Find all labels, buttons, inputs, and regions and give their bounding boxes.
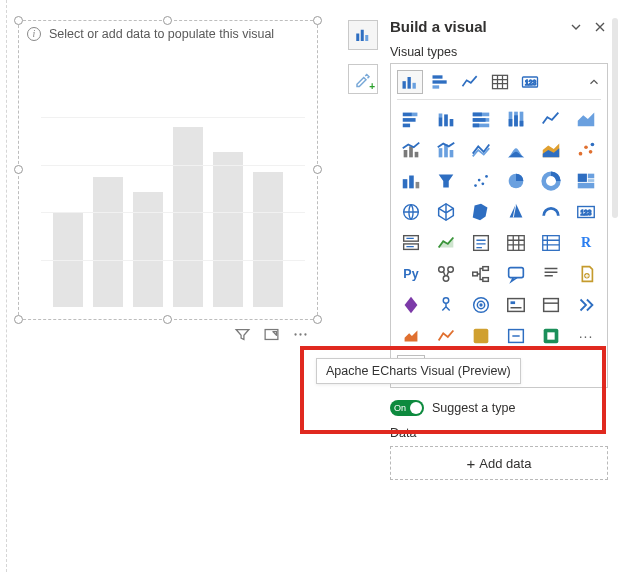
viz-custom-a[interactable] [537,292,565,318]
viz-matrix[interactable] [537,230,565,256]
resize-handle[interactable] [313,315,322,324]
viz-custom-b[interactable] [397,323,425,349]
viz-card[interactable]: 123 [517,70,543,94]
viz-power-automate[interactable] [432,292,460,318]
viz-line-column[interactable] [397,137,425,163]
viz-multi-row-card[interactable] [397,230,425,256]
svg-rect-76 [483,278,489,282]
viz-card-123[interactable]: 123 [572,199,600,225]
resize-handle[interactable] [14,16,23,25]
suggest-type-toggle[interactable]: On [390,400,424,416]
suggest-type-label: Suggest a type [432,401,515,415]
svg-rect-49 [403,179,408,188]
viz-table-2[interactable] [502,230,530,256]
svg-rect-8 [408,77,411,89]
viz-funnel[interactable] [432,168,460,194]
viz-donut-chart[interactable] [537,168,565,194]
svg-rect-60 [588,174,594,179]
viz-paginated[interactable] [572,261,600,287]
viz-scatter[interactable] [467,168,495,194]
svg-rect-86 [474,329,489,344]
viz-stacked-area[interactable] [537,137,565,163]
svg-rect-7 [403,81,406,89]
resize-handle[interactable] [14,315,23,324]
viz-line-chart[interactable] [457,70,483,94]
viz-clustered-column-chart[interactable] [397,70,423,94]
chevron-up-icon[interactable] [587,75,601,89]
scrollbar[interactable] [612,18,618,562]
svg-point-1 [294,333,296,335]
plus-icon: + [467,455,476,472]
close-icon[interactable] [592,19,608,35]
viz-stacked-column-chart[interactable] [432,106,460,132]
svg-point-47 [589,150,593,154]
add-data-button[interactable]: + Add data [390,446,608,480]
viz-filled-map[interactable] [432,199,460,225]
svg-rect-9 [413,83,416,89]
viz-100-stacked-column[interactable] [502,106,530,132]
viz-decomposition-tree[interactable] [467,261,495,287]
filter-icon[interactable] [234,326,251,343]
visual-placeholder[interactable]: i Select or add data to populate this vi… [18,20,318,320]
resize-handle[interactable] [163,315,172,324]
svg-text:123: 123 [525,79,536,86]
svg-rect-6 [365,35,368,41]
visualizations-panel: Build a visual Visual types [390,18,608,480]
resize-handle[interactable] [313,165,322,174]
add-data-label: Add data [479,456,531,471]
svg-rect-16 [403,113,412,117]
viz-key-influencers[interactable] [432,261,460,287]
svg-rect-69 [508,236,525,251]
resize-handle[interactable] [313,16,322,25]
viz-smart-narrative[interactable] [537,261,565,287]
viz-qna[interactable] [502,261,530,287]
resize-handle[interactable] [14,165,23,174]
viz-azure-map[interactable] [502,199,530,225]
viz-stacked-bar-chart[interactable] [397,106,425,132]
placeholder-text: Select or add data to populate this visu… [49,27,274,41]
svg-rect-38 [409,146,413,157]
viz-clustered-bar-chart[interactable] [427,70,453,94]
svg-point-46 [584,145,588,149]
viz-shape-map[interactable] [467,199,495,225]
build-visual-mode-button[interactable] [348,20,378,50]
viz-metrics[interactable] [502,292,530,318]
svg-rect-74 [473,272,478,276]
viz-map[interactable] [397,199,425,225]
format-visual-mode-button[interactable]: + [348,64,378,94]
focus-mode-icon[interactable] [263,326,280,343]
more-visuals-button[interactable]: ··· [572,323,600,349]
viz-app-source[interactable] [537,323,565,349]
viz-scorecard[interactable] [467,292,495,318]
viz-custom-e[interactable] [502,323,530,349]
viz-scatter-chart[interactable] [572,137,600,163]
viz-ribbon-chart[interactable] [467,137,495,163]
viz-pie-chart[interactable] [502,168,530,194]
viz-waterfall-chart[interactable] [502,137,530,163]
viz-line-stacked-column[interactable] [432,137,460,163]
data-section-label: Data [390,426,608,440]
svg-rect-40 [439,148,443,157]
svg-point-54 [478,179,481,182]
viz-treemap[interactable] [572,168,600,194]
viz-slicer[interactable] [467,230,495,256]
resize-handle[interactable] [163,16,172,25]
viz-table[interactable] [487,70,513,94]
svg-text:123: 123 [581,209,592,216]
more-icon[interactable] [292,326,309,343]
viz-line-chart-2[interactable] [537,106,565,132]
viz-gauge[interactable] [537,199,565,225]
collapse-icon[interactable] [568,19,584,35]
viz-column-sm[interactable] [397,168,425,194]
viz-power-apps[interactable] [397,292,425,318]
viz-100-stacked-bar[interactable] [467,106,495,132]
svg-rect-20 [439,117,443,126]
viz-custom-d[interactable] [467,323,495,349]
viz-r-visual[interactable]: R [572,230,600,256]
viz-kpi[interactable] [432,230,460,256]
svg-point-45 [579,152,583,156]
viz-double-arrow[interactable] [572,292,600,318]
viz-area-chart[interactable] [572,106,600,132]
viz-custom-c[interactable] [432,323,460,349]
viz-python-visual[interactable]: Py [397,261,425,287]
